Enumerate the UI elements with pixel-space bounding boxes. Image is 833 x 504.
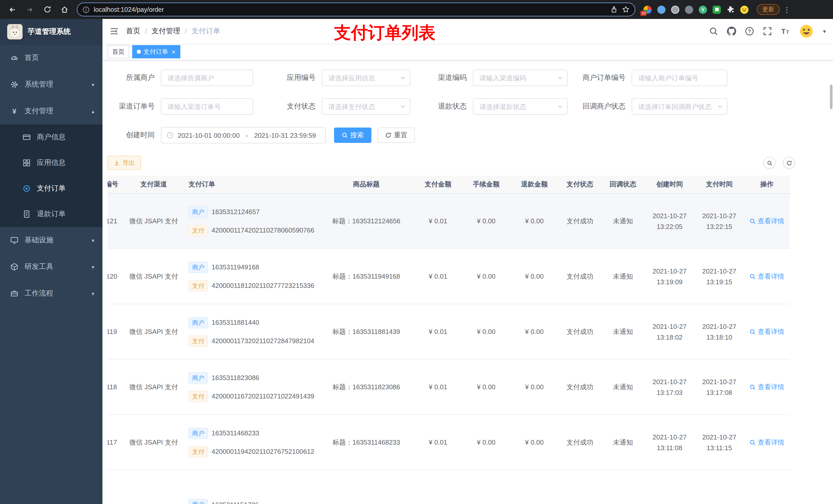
tab-close-icon[interactable]: × xyxy=(172,48,175,55)
browser-home-icon[interactable] xyxy=(57,2,72,17)
col-create-time: 创建时间 xyxy=(644,180,695,189)
breadcrumb-pay-mgmt[interactable]: 支付管理 xyxy=(152,27,180,36)
refund-status-select[interactable] xyxy=(473,98,568,115)
sidebar-item-merchant-info[interactable]: 商户信息 xyxy=(0,124,102,150)
sidebar: 芋道管理系统 首页 系统管理 ▾ ¥ xyxy=(0,19,102,504)
cell-order: 商户1635311151726 xyxy=(185,499,319,504)
url-text[interactable]: localhost:1024/pay/order xyxy=(94,6,606,13)
browser-profile-avatar[interactable] xyxy=(740,5,748,14)
download-icon xyxy=(114,160,120,166)
table-row[interactable]: 120 微信 JSAPI 支付 商户1635311949168 支付420000… xyxy=(108,249,790,304)
extension-colordots-icon[interactable]: 10 xyxy=(643,5,652,14)
briefcase-icon xyxy=(10,289,19,297)
refresh-table-button[interactable] xyxy=(783,157,795,169)
reset-button[interactable]: 重置 xyxy=(378,127,415,143)
browser-reload-icon[interactable] xyxy=(40,2,54,17)
cell-channel: 微信 JSAPI 支付 xyxy=(123,327,185,336)
pay-status-select[interactable] xyxy=(322,98,410,115)
cell-pay-status: 支付成功 xyxy=(558,272,601,281)
breadcrumb-home[interactable]: 首页 xyxy=(126,27,140,36)
cell-pay-time: 2021-10-2713:19:15 xyxy=(695,267,744,286)
cell-id: 117 xyxy=(108,438,123,446)
merchant-order-no-input[interactable] xyxy=(632,70,728,86)
sidebar-item-label: 退款订单 xyxy=(37,210,66,219)
sidebar-item-system[interactable]: 系统管理 ▾ xyxy=(0,71,102,98)
sidebar-item-app-info[interactable]: 应用信息 xyxy=(0,150,102,176)
table-row[interactable]: 117 微信 JSAPI 支付 商户1635311468233 支付420000… xyxy=(108,415,790,470)
cell-refund-amount: ¥ 0.00 xyxy=(510,328,558,335)
tab-home[interactable]: 首页 xyxy=(108,45,129,58)
toggle-search-button[interactable] xyxy=(763,157,776,169)
sidebar-item-pay-order[interactable]: 支付订单 xyxy=(0,176,102,201)
table-row[interactable]: 118 微信 JSAPI 支付 商户1635311823086 支付420000… xyxy=(108,360,790,415)
extension-gray-icon[interactable] xyxy=(685,5,693,14)
view-detail-link[interactable]: 查看详情 xyxy=(749,216,784,225)
merchant-select[interactable] xyxy=(161,70,253,86)
extensions-puzzle-icon[interactable] xyxy=(727,5,735,14)
view-detail-link[interactable]: 查看详情 xyxy=(749,438,784,447)
pay-order-no: 4200001181202110277723215336 xyxy=(212,282,314,289)
app-logo[interactable]: 芋道管理系统 xyxy=(0,19,102,45)
extension-blue-icon[interactable] xyxy=(657,5,665,14)
font-size-icon[interactable]: TT xyxy=(781,27,790,36)
search-button[interactable]: 搜索 xyxy=(334,127,372,143)
browser-update-button[interactable]: 更新 xyxy=(757,4,780,15)
cell-refund-amount: ¥ 0.00 xyxy=(510,272,558,280)
github-icon[interactable] xyxy=(727,27,736,36)
sidebar-item-refund-order[interactable]: 退款订单 xyxy=(0,201,102,227)
extension-badge: 10 xyxy=(640,10,647,16)
cell-pay-status: 支付成功 xyxy=(558,216,601,225)
cell-channel: 微信 JSAPI 支付 xyxy=(123,438,185,447)
view-detail-link[interactable]: 查看详情 xyxy=(749,327,784,336)
scrollbar[interactable] xyxy=(830,85,832,109)
sidebar-item-home[interactable]: 首页 xyxy=(0,45,102,71)
cell-pay-status: 支付成功 xyxy=(558,327,601,336)
site-info-icon[interactable] xyxy=(82,6,90,13)
sidebar-item-workflow[interactable]: 工作流程 ▾ xyxy=(0,280,102,307)
channel-order-no-input[interactable] xyxy=(161,98,253,115)
cell-title: 标题：1635311881439 xyxy=(319,327,414,336)
table-row[interactable]: 商户1635311151726 xyxy=(108,470,790,504)
sidebar-item-infrastructure[interactable]: 基础设施 ▾ xyxy=(0,227,102,254)
fullscreen-icon[interactable] xyxy=(763,27,772,36)
sidebar-item-dev-tools[interactable]: 研发工具 ▾ xyxy=(0,254,102,280)
sidebar-item-payment[interactable]: ¥ 支付管理 ▴ xyxy=(0,98,102,124)
merchant-order-no: 1635311468233 xyxy=(212,429,259,437)
table-row[interactable]: 119 微信 JSAPI 支付 商户1635311881440 支付420000… xyxy=(108,304,790,360)
extension-translate-icon[interactable] xyxy=(713,5,721,14)
view-detail-link[interactable]: 查看详情 xyxy=(749,272,784,281)
extension-vue-devtools-icon[interactable]: V xyxy=(699,5,707,14)
cell-create-time: 2021-10-2713:17:03 xyxy=(644,377,695,397)
sidebar-toggle-icon[interactable] xyxy=(102,27,126,36)
share-icon[interactable] xyxy=(610,6,618,13)
view-detail-link[interactable]: 查看详情 xyxy=(749,382,784,391)
export-button[interactable]: 导出 xyxy=(108,156,141,170)
address-bar[interactable]: localhost:1024/pay/order xyxy=(77,3,635,16)
create-time-range-picker[interactable]: 2021-10-01 00:00:00 - 2021-10-31 23:59:5… xyxy=(161,127,326,143)
pay-tag: 支付 xyxy=(189,280,208,291)
tags-view: 首页 支付订单 × xyxy=(102,44,833,61)
app-select[interactable] xyxy=(322,70,410,86)
browser-forward-icon[interactable] xyxy=(23,2,37,17)
active-dot-icon xyxy=(137,50,141,54)
extension-globe-icon[interactable] xyxy=(671,5,679,14)
tab-pay-order[interactable]: 支付订单 × xyxy=(132,45,180,58)
browser-back-icon[interactable] xyxy=(5,2,20,17)
user-avatar[interactable] xyxy=(799,24,814,39)
header-search-icon[interactable] xyxy=(709,27,718,36)
sidebar-item-label: 基础设施 xyxy=(25,236,53,245)
table-row[interactable]: 121 微信 JSAPI 支付 商户1635312124657 支付420000… xyxy=(108,194,790,249)
browser-menu-icon[interactable]: ⋮ xyxy=(783,5,791,14)
avatar-caret-down-icon[interactable]: ▾ xyxy=(823,28,826,34)
target-icon xyxy=(23,184,31,193)
refresh-icon xyxy=(786,160,792,166)
merchant-tag: 商户 xyxy=(189,262,208,273)
navbar-tools: ? TT ▾ xyxy=(709,24,833,39)
channel-code-select[interactable] xyxy=(473,70,568,86)
notify-status-select[interactable] xyxy=(632,98,728,115)
chevron-down-icon: ▾ xyxy=(92,237,94,243)
bookmark-star-icon[interactable] xyxy=(622,6,629,13)
app-title: 芋道管理系统 xyxy=(28,27,71,37)
help-icon[interactable]: ? xyxy=(745,27,754,36)
gear-icon xyxy=(10,80,19,89)
